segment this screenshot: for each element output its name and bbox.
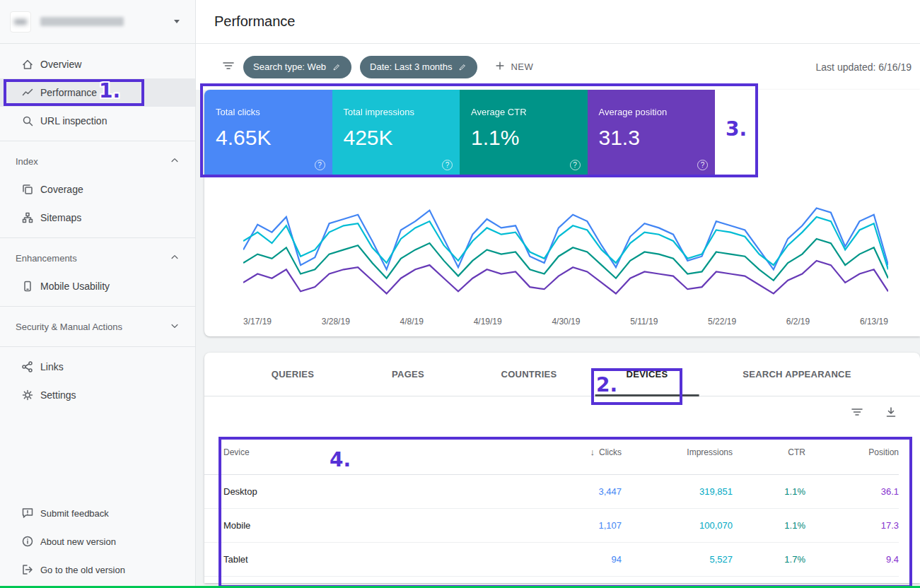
ctr-cell: 1.7%: [733, 542, 805, 576]
filter-icon[interactable]: [222, 59, 235, 75]
sidebar-item-sitemaps[interactable]: Sitemaps: [0, 204, 195, 232]
x-tick-label: 6/13/19: [860, 317, 888, 327]
chevron-down-icon: [170, 321, 180, 333]
metric-tile[interactable]: Average position 31.3 ?: [588, 90, 716, 177]
metric-tile[interactable]: Average CTR 1.1% ?: [460, 90, 588, 177]
sidebar-item-submit-feedback[interactable]: Submit feedback: [0, 499, 195, 527]
section-label: Enhancements: [16, 253, 77, 264]
x-tick-label: 5/22/19: [708, 317, 736, 327]
metric-tile[interactable]: Total clicks 4.65K ?: [204, 90, 332, 177]
column-header-device[interactable]: Device: [204, 430, 431, 474]
metrics-row: Total clicks 4.65K ? Total impressions 4…: [204, 90, 920, 177]
dimension-tabs: QUERIES PAGES COUNTRIES DEVICES SEARCH A…: [204, 353, 920, 396]
column-header-ctr[interactable]: CTR: [733, 430, 805, 474]
sidebar-item-mobile-usability[interactable]: Mobile Usability: [0, 272, 195, 300]
sidebar-item-label: Performance: [40, 87, 97, 98]
help-icon[interactable]: ?: [697, 160, 708, 170]
x-tick-label: 6/2/19: [786, 317, 810, 327]
sidebar-item-overview[interactable]: Overview: [0, 50, 195, 78]
sort-desc-icon: ↓: [590, 447, 595, 457]
table-actions: [204, 396, 920, 430]
tab-devices[interactable]: DEVICES: [595, 353, 699, 396]
date-range-chip[interactable]: Date: Last 3 months: [360, 56, 477, 78]
dimensions-table-card: QUERIES PAGES COUNTRIES DEVICES SEARCH A…: [204, 353, 920, 583]
divider: [0, 306, 195, 307]
exit-to-app-icon: [21, 563, 34, 576]
table-row[interactable]: Desktop 3,447 319,851 1.1% 36.1: [204, 474, 899, 508]
sidebar-item-url-inspection[interactable]: URL inspection: [0, 107, 195, 135]
metric-value: 1.1%: [471, 126, 576, 150]
property-name-redacted: [40, 17, 124, 26]
property-selector[interactable]: [0, 0, 195, 44]
ctr-cell: 1.1%: [733, 474, 805, 508]
new-filter-button[interactable]: NEW: [494, 60, 533, 74]
pencil-icon: [332, 62, 342, 71]
metric-label: Average position: [599, 107, 704, 117]
devices-table: Device ↓Clicks Impressions CTR Position …: [204, 430, 899, 577]
plus-icon: [494, 60, 506, 74]
metric-value: 425K: [344, 126, 449, 150]
section-header-index[interactable]: Index: [0, 147, 195, 175]
tab-queries[interactable]: QUERIES: [260, 353, 325, 396]
ctr-cell: 1.1%: [733, 508, 805, 542]
chip-label: Date: Last 3 months: [370, 61, 452, 72]
mobile-phone-icon: [21, 280, 34, 293]
x-tick-label: 4/19/19: [474, 317, 502, 327]
info-icon: [21, 535, 34, 548]
device-cell: Tablet: [204, 542, 431, 576]
sidebar-item-settings[interactable]: Settings: [0, 381, 195, 409]
tab-pages[interactable]: PAGES: [380, 353, 436, 396]
table-row[interactable]: Mobile 1,107 100,070 1.1% 17.3: [204, 508, 899, 542]
coverage-pages-icon: [21, 183, 34, 196]
column-header-clicks[interactable]: ↓Clicks: [431, 430, 622, 474]
sidebar-item-about-new-version[interactable]: About new version: [0, 527, 195, 555]
sidebar-item-coverage[interactable]: Coverage: [0, 175, 195, 204]
download-icon[interactable]: [885, 406, 897, 421]
position-cell: 17.3: [805, 508, 899, 542]
gear-icon: [21, 389, 34, 401]
clicks-cell: 1,107: [431, 508, 622, 542]
help-icon[interactable]: ?: [570, 160, 581, 170]
x-tick-label: 4/8/19: [400, 317, 424, 327]
section-header-security[interactable]: Security & Manual Actions: [0, 312, 195, 341]
page-title: Performance: [214, 13, 296, 30]
impressions-cell: 5,527: [622, 542, 733, 576]
sidebar-nav: Overview Performance URL inspection Inde…: [0, 44, 195, 409]
metric-value: 31.3: [599, 126, 704, 150]
help-icon[interactable]: ?: [442, 160, 453, 170]
metric-tile[interactable]: Total impressions 425K ?: [332, 90, 460, 177]
clicks-cell: 3,447: [431, 474, 622, 508]
new-label: NEW: [511, 61, 533, 72]
main-area: Performance Search type: Web Date: Last …: [196, 0, 920, 588]
chip-label: Search type: Web: [253, 61, 326, 72]
tab-countries[interactable]: COUNTRIES: [490, 353, 569, 396]
help-icon[interactable]: ?: [315, 160, 325, 170]
performance-chart[interactable]: 3/17/19 3/28/19 4/8/19 4/19/19 4/30/19 5…: [204, 177, 920, 336]
search-type-chip[interactable]: Search type: Web: [243, 56, 351, 78]
sidebar-item-links[interactable]: Links: [0, 353, 195, 381]
x-tick-label: 5/11/19: [630, 317, 658, 327]
sidebar-item-label: Go to the old version: [40, 565, 125, 575]
position-cell: 9.4: [805, 542, 899, 576]
impressions-cell: 100,070: [622, 508, 733, 542]
table-filter-icon[interactable]: [851, 406, 863, 421]
sitemap-tree-icon: [21, 211, 34, 224]
performance-trend-icon: [21, 86, 34, 99]
metric-label: Total impressions: [344, 107, 449, 117]
sidebar: Overview Performance URL inspection Inde…: [0, 0, 196, 588]
sidebar-item-label: Overview: [40, 59, 81, 70]
section-header-enhancements[interactable]: Enhancements: [0, 244, 195, 272]
links-share-icon: [21, 360, 34, 373]
column-header-position[interactable]: Position: [805, 430, 899, 474]
device-cell: Desktop: [204, 474, 431, 508]
content-area: Total clicks 4.65K ? Total impressions 4…: [196, 90, 920, 588]
chevron-up-icon: [170, 155, 180, 167]
sidebar-item-go-to-old-version[interactable]: Go to the old version: [0, 555, 195, 584]
tab-search-appearance[interactable]: SEARCH APPEARANCE: [731, 353, 862, 396]
column-header-impressions[interactable]: Impressions: [622, 430, 733, 474]
sidebar-item-performance[interactable]: Performance: [0, 78, 195, 107]
table-row[interactable]: Tablet 94 5,527 1.7% 9.4: [204, 542, 899, 576]
chevron-up-icon: [170, 252, 180, 264]
sidebar-item-label: About new version: [40, 536, 116, 547]
table-header-row: Device ↓Clicks Impressions CTR Position: [204, 430, 899, 474]
